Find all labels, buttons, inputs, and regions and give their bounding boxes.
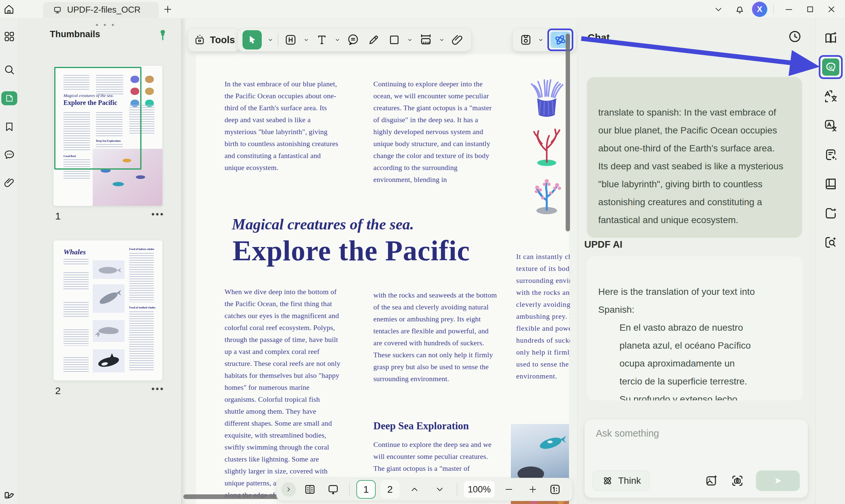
pin-icon	[157, 29, 169, 42]
home-button[interactable]	[0, 0, 18, 18]
chevron-down-icon	[438, 37, 445, 43]
book-view-button[interactable]	[816, 169, 845, 199]
think-toggle-button[interactable]: Think	[593, 470, 650, 491]
user-avatar[interactable]: X	[752, 2, 767, 17]
edit-header-tool-button[interactable]	[280, 29, 301, 51]
ruler-icon	[419, 33, 433, 47]
pen-tool-button[interactable]	[363, 29, 384, 51]
stamp-tool-dropdown[interactable]	[536, 29, 545, 51]
page-layout-button[interactable]	[301, 479, 319, 500]
vertical-scrollbar[interactable]	[566, 34, 570, 231]
bell-icon	[734, 4, 745, 15]
chevron-down-icon	[714, 4, 723, 14]
toolbox-icon	[193, 34, 206, 46]
select-tool-dropdown[interactable]	[265, 29, 276, 51]
ai-sender-name: UPDF AI	[584, 239, 622, 250]
chat-input-placeholder: Ask something	[596, 428, 659, 439]
window-menu-button[interactable]	[709, 0, 727, 18]
file-sparkle-icon	[823, 205, 838, 221]
maximize-button[interactable]	[801, 0, 819, 18]
book-sparkle-icon	[823, 30, 838, 46]
text-icon	[315, 33, 329, 47]
panel-resize-gutter[interactable]	[181, 19, 186, 504]
ai-summary-button[interactable]	[816, 140, 845, 169]
thumb-text-lines	[64, 357, 89, 372]
sidebar-item-comments[interactable]	[0, 143, 19, 167]
comment-tool-button[interactable]	[343, 29, 363, 51]
minimize-button[interactable]	[780, 0, 798, 18]
ai-file-button[interactable]	[816, 199, 845, 228]
ai-translate-button[interactable]	[816, 82, 845, 111]
translate-page-button[interactable]	[816, 111, 845, 140]
thumb-text-lines	[64, 272, 89, 290]
thumb-text-lines	[64, 259, 89, 266]
rectangle-icon	[387, 33, 401, 47]
whale-image	[93, 320, 125, 342]
ai-chat-button[interactable]	[816, 52, 845, 82]
pin-panel-button[interactable]	[157, 29, 169, 43]
page-navigation-toolbar: 1 2 100%	[276, 478, 573, 501]
sidebar-item-bookmark[interactable]	[0, 115, 19, 139]
screenshot-button[interactable]	[730, 473, 745, 488]
ai-reader-button[interactable]	[816, 23, 845, 52]
viewport-indicator[interactable]	[54, 67, 141, 170]
page-1-button[interactable]: 1	[356, 480, 376, 499]
header-box-icon	[284, 33, 298, 47]
translate-box-icon	[823, 118, 838, 133]
thumbnail-page-2[interactable]: Whales Food of baleen whales Food of too…	[53, 240, 162, 380]
attach-tool-button[interactable]	[447, 29, 468, 51]
text-tool-dropdown[interactable]	[332, 29, 343, 51]
main-view: In the vast embrace of our blue planet, …	[181, 19, 577, 504]
divider	[457, 483, 457, 496]
previous-page-button[interactable]	[404, 479, 425, 500]
document-tab[interactable]: UPDF-2-files_OCR	[43, 2, 159, 18]
new-tab-button[interactable]	[159, 0, 177, 18]
chat-input-card[interactable]: Ask something Think	[584, 419, 808, 498]
chat-history-button[interactable]	[787, 29, 803, 44]
zoom-out-button[interactable]	[499, 479, 518, 500]
notifications-button[interactable]	[731, 0, 749, 18]
active-highlight	[1, 91, 17, 105]
send-icon	[772, 475, 784, 486]
page-2-menu-button[interactable]: •••	[152, 384, 164, 394]
chevron-down-icon	[538, 37, 544, 43]
sidebar-item-attachments[interactable]	[0, 170, 19, 195]
ai-search-button[interactable]	[816, 228, 845, 257]
text-tool-button[interactable]	[312, 29, 332, 51]
sidebar-item-read-mode[interactable]	[0, 483, 19, 504]
divider	[773, 4, 774, 14]
thumb-text-lines	[129, 311, 154, 371]
thumb-heading: Food of baleen whales	[129, 248, 154, 251]
presentation-mode-button[interactable]	[324, 479, 342, 500]
page-2-button[interactable]: 2	[380, 480, 400, 499]
edit-header-dropdown[interactable]	[301, 29, 312, 51]
next-page-button[interactable]	[429, 479, 450, 500]
ai-message-bubble: Here is the translation of your text int…	[587, 256, 803, 400]
chat-panel-title: Chat	[587, 32, 610, 43]
page-1-menu-button[interactable]: •••	[152, 209, 164, 219]
collapse-pager-button[interactable]	[281, 482, 296, 497]
sidebar-item-apps[interactable]	[0, 24, 19, 49]
zoom-level-field[interactable]: 100%	[464, 481, 495, 498]
zoom-in-button[interactable]	[523, 479, 542, 500]
insert-image-button[interactable]	[704, 473, 719, 488]
measure-tool-dropdown[interactable]	[437, 29, 447, 51]
sidebar-item-thumbnails[interactable]	[0, 86, 19, 110]
thumb-coral	[145, 88, 154, 95]
doc-subtitle: Magical creatures of the sea.	[232, 215, 414, 233]
measure-tool-button[interactable]	[415, 29, 437, 51]
actual-size-button[interactable]	[547, 479, 563, 500]
book-icon	[823, 176, 838, 192]
shape-tool-button[interactable]	[384, 29, 405, 51]
sidebar-item-search[interactable]	[0, 58, 19, 82]
stamp-tool-button[interactable]	[517, 29, 534, 51]
thumbnail-page-1[interactable]: Magical creatures of the sea. Explore th…	[53, 66, 162, 206]
chevron-down-icon	[334, 37, 341, 43]
send-button[interactable]	[756, 470, 800, 491]
select-tool-button[interactable]	[241, 29, 265, 51]
thumb-text-lines	[64, 329, 89, 346]
shape-tool-dropdown[interactable]	[405, 29, 415, 51]
close-button[interactable]	[823, 0, 840, 18]
tools-button[interactable]: Tools	[188, 28, 241, 52]
panel-drag-handle[interactable]: • • •	[96, 21, 116, 29]
